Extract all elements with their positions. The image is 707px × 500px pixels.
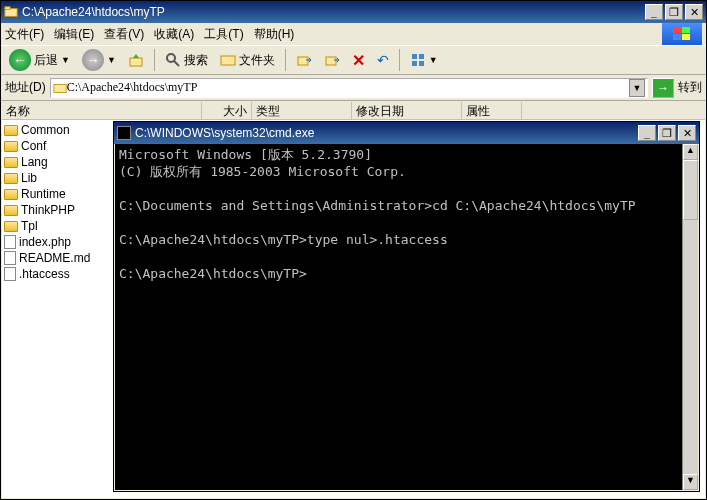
svg-line-8 bbox=[174, 61, 179, 66]
item-label: Lang bbox=[21, 155, 48, 169]
menu-tools[interactable]: 工具(T) bbox=[204, 26, 243, 43]
cmd-icon bbox=[117, 126, 131, 140]
address-label: 地址(D) bbox=[5, 79, 46, 96]
address-dropdown[interactable]: ▼ bbox=[629, 79, 645, 97]
cmd-terminal[interactable]: Microsoft Windows [版本 5.2.3790] (C) 版权所有… bbox=[115, 144, 698, 490]
scroll-thumb[interactable] bbox=[683, 160, 698, 220]
minimize-button[interactable]: _ bbox=[645, 4, 663, 20]
item-label: README.md bbox=[19, 251, 90, 265]
svg-rect-6 bbox=[130, 58, 142, 66]
scroll-down-icon[interactable]: ▼ bbox=[683, 474, 698, 490]
explorer-toolbar: ←后退▼ →▼ 搜索 文件夹 ✕ ↶ ▼ bbox=[1, 45, 706, 75]
go-button[interactable]: → bbox=[652, 78, 674, 98]
folder-icon bbox=[4, 205, 18, 216]
address-input[interactable] bbox=[67, 80, 629, 95]
maximize-button[interactable]: ❐ bbox=[665, 4, 683, 20]
item-label: .htaccess bbox=[19, 267, 70, 281]
file-icon bbox=[4, 235, 16, 249]
item-label: Runtime bbox=[21, 187, 66, 201]
explorer-title: C:\Apache24\htdocs\myTP bbox=[22, 5, 643, 19]
menu-edit[interactable]: 编辑(E) bbox=[54, 26, 94, 43]
folder-icon bbox=[4, 5, 18, 19]
folder-icon bbox=[4, 141, 18, 152]
svg-rect-12 bbox=[412, 54, 417, 59]
folder-icon bbox=[4, 221, 18, 232]
forward-button[interactable]: →▼ bbox=[78, 47, 120, 73]
go-label: 转到 bbox=[678, 79, 702, 96]
column-headers: 名称 大小 类型 修改日期 属性 bbox=[2, 102, 705, 120]
folder-icon bbox=[4, 173, 18, 184]
move-to-button[interactable] bbox=[292, 50, 316, 70]
item-label: ThinkPHP bbox=[21, 203, 75, 217]
svg-rect-5 bbox=[682, 34, 690, 40]
folder-icon bbox=[53, 81, 67, 95]
item-label: index.php bbox=[19, 235, 71, 249]
file-icon bbox=[4, 251, 16, 265]
svg-rect-4 bbox=[673, 34, 681, 40]
item-label: Lib bbox=[21, 171, 37, 185]
separator bbox=[399, 49, 400, 71]
menu-favorites[interactable]: 收藏(A) bbox=[154, 26, 194, 43]
col-name[interactable]: 名称 bbox=[2, 102, 202, 119]
separator bbox=[154, 49, 155, 71]
svg-rect-11 bbox=[326, 57, 336, 65]
svg-rect-16 bbox=[54, 84, 66, 92]
address-bar: 地址(D) ▼ → 转到 bbox=[1, 75, 706, 101]
menu-help[interactable]: 帮助(H) bbox=[254, 26, 295, 43]
svg-rect-2 bbox=[673, 27, 681, 33]
close-button[interactable]: ✕ bbox=[678, 125, 696, 141]
col-attr[interactable]: 属性 bbox=[462, 102, 522, 119]
undo-button[interactable]: ↶ bbox=[373, 50, 393, 70]
separator bbox=[285, 49, 286, 71]
windows-flag-icon bbox=[662, 23, 702, 45]
explorer-titlebar[interactable]: C:\Apache24\htdocs\myTP _ ❐ ✕ bbox=[1, 1, 706, 23]
folder-icon bbox=[4, 125, 18, 136]
folder-icon bbox=[4, 189, 18, 200]
explorer-menubar: 文件(F) 编辑(E) 查看(V) 收藏(A) 工具(T) 帮助(H) bbox=[1, 23, 706, 45]
close-button[interactable]: ✕ bbox=[685, 4, 703, 20]
copy-to-button[interactable] bbox=[320, 50, 344, 70]
back-button[interactable]: ←后退▼ bbox=[5, 47, 74, 73]
item-label: Common bbox=[21, 123, 70, 137]
folder-icon bbox=[4, 157, 18, 168]
item-label: Tpl bbox=[21, 219, 38, 233]
svg-rect-10 bbox=[298, 57, 308, 65]
svg-rect-3 bbox=[682, 27, 690, 33]
folders-label: 文件夹 bbox=[239, 52, 275, 69]
scroll-up-icon[interactable]: ▲ bbox=[683, 144, 698, 160]
svg-rect-9 bbox=[221, 56, 235, 65]
file-icon bbox=[4, 267, 16, 281]
svg-rect-1 bbox=[5, 7, 10, 10]
search-label: 搜索 bbox=[184, 52, 208, 69]
up-button[interactable] bbox=[124, 50, 148, 70]
col-type[interactable]: 类型 bbox=[252, 102, 352, 119]
col-size[interactable]: 大小 bbox=[202, 102, 252, 119]
maximize-button[interactable]: ❐ bbox=[658, 125, 676, 141]
cmd-titlebar[interactable]: C:\WINDOWS\system32\cmd.exe _ ❐ ✕ bbox=[114, 122, 699, 144]
svg-rect-14 bbox=[412, 61, 417, 66]
svg-rect-15 bbox=[419, 61, 424, 66]
folders-button[interactable]: 文件夹 bbox=[216, 50, 279, 71]
menu-view[interactable]: 查看(V) bbox=[104, 26, 144, 43]
menu-file[interactable]: 文件(F) bbox=[5, 26, 44, 43]
col-date[interactable]: 修改日期 bbox=[352, 102, 462, 119]
cmd-window: C:\WINDOWS\system32\cmd.exe _ ❐ ✕ Micros… bbox=[113, 121, 700, 492]
svg-rect-13 bbox=[419, 54, 424, 59]
address-input-wrap: ▼ bbox=[50, 78, 648, 98]
search-button[interactable]: 搜索 bbox=[161, 50, 212, 71]
cmd-scrollbar[interactable]: ▲ ▼ bbox=[682, 144, 698, 490]
delete-button[interactable]: ✕ bbox=[348, 49, 369, 72]
minimize-button[interactable]: _ bbox=[638, 125, 656, 141]
item-label: Conf bbox=[21, 139, 46, 153]
svg-point-7 bbox=[167, 54, 175, 62]
cmd-title: C:\WINDOWS\system32\cmd.exe bbox=[135, 126, 636, 140]
back-label: 后退 bbox=[34, 52, 58, 69]
views-button[interactable]: ▼ bbox=[406, 50, 442, 70]
